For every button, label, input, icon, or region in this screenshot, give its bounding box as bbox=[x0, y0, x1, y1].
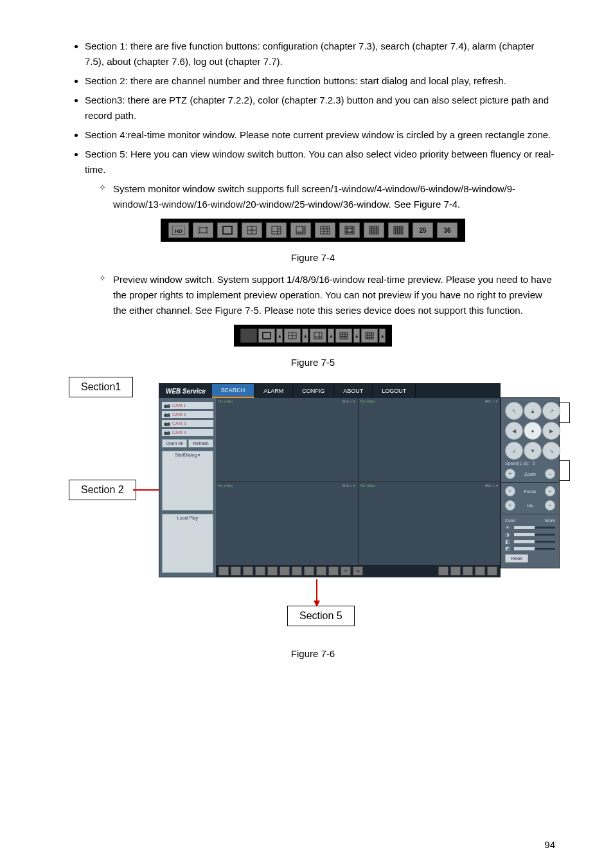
hue-slider[interactable]: ◩ bbox=[505, 546, 555, 552]
bb-icon[interactable] bbox=[218, 566, 229, 575]
bb-preview-icon[interactable] bbox=[438, 566, 449, 575]
grid-9-icon[interactable] bbox=[315, 222, 335, 238]
web-service-logo: WEB Service bbox=[159, 388, 212, 395]
preview-16-icon[interactable] bbox=[361, 329, 378, 343]
start-dialog-button[interactable]: StartDialog ▾ bbox=[162, 451, 213, 511]
reset-button[interactable]: Reset bbox=[505, 554, 528, 563]
arrow-head-section5 bbox=[314, 601, 320, 607]
preview-1-icon[interactable] bbox=[258, 329, 275, 343]
brightness-slider[interactable]: ☀ bbox=[505, 525, 555, 530]
bb-icon[interactable] bbox=[328, 566, 339, 575]
cam-3[interactable]: 📷CAM 3 bbox=[162, 420, 213, 427]
brightness-icon: ☀ bbox=[505, 525, 511, 530]
bb-icon[interactable]: 25 bbox=[341, 566, 351, 575]
tab-alarm[interactable]: ALARM bbox=[254, 384, 293, 398]
preview-9-icon[interactable] bbox=[335, 329, 352, 343]
local-play-button[interactable]: Local Play bbox=[162, 514, 213, 574]
channel-sidebar: 📷CAM 1 📷CAM 2 📷CAM 3 📷CAM 4 Open All Ref… bbox=[159, 398, 216, 577]
bb-icon[interactable] bbox=[267, 566, 278, 575]
grid-1-icon[interactable] bbox=[217, 222, 238, 238]
bb-icon[interactable] bbox=[316, 566, 326, 575]
grid-8-icon[interactable] bbox=[290, 222, 311, 238]
ptz-up-left-icon[interactable]: ↖ bbox=[505, 402, 523, 420]
bb-preview-icon[interactable] bbox=[487, 566, 497, 575]
chevron-up-icon[interactable]: ▴ bbox=[276, 329, 283, 343]
more-tab[interactable]: More bbox=[545, 518, 555, 523]
svg-rect-24 bbox=[347, 228, 352, 232]
ptz-up-right-icon[interactable]: ↗ bbox=[542, 402, 560, 420]
saturation-icon: ◧ bbox=[505, 539, 511, 545]
ptz-down-left-icon[interactable]: ↙ bbox=[505, 442, 523, 460]
ptz-right-icon[interactable]: ▶ bbox=[542, 422, 560, 440]
zoom-row: + Zoom − bbox=[501, 467, 559, 481]
preview-switch-toolbar: ▴ ▴ ▴ ▴ ▴ bbox=[234, 325, 392, 347]
monitor-cell-1[interactable]: No video⊞ ⧉ ⤢ ✕ bbox=[216, 398, 358, 482]
figure-7-6-diagram: Section1 Section 2 Section 3 Section 4 S… bbox=[75, 377, 551, 647]
grid-36-icon[interactable]: 36 bbox=[437, 222, 458, 238]
iris-plus-icon[interactable]: + bbox=[505, 500, 515, 511]
sub-bullet-preview-switch: Preview window switch. System support 1/… bbox=[113, 272, 555, 318]
ptz-down-right-icon[interactable]: ↘ bbox=[542, 442, 560, 460]
grid-6-icon[interactable] bbox=[266, 222, 287, 238]
tab-search[interactable]: SEARCH bbox=[212, 384, 255, 398]
grid-25-icon[interactable]: 25 bbox=[413, 222, 433, 238]
monitor-cell-4[interactable]: No video⊞ ⧉ ⤢ ✕ bbox=[359, 482, 501, 566]
web-service-topbar: WEB Service SEARCH ALARM CONFIG ABOUT LO… bbox=[159, 384, 500, 398]
bb-icon[interactable] bbox=[292, 566, 302, 575]
grid-4-icon[interactable] bbox=[242, 222, 262, 238]
bb-icon[interactable] bbox=[243, 566, 253, 575]
zoom-label: Zoom bbox=[524, 472, 536, 476]
arrow-section5 bbox=[316, 579, 317, 602]
bb-icon[interactable] bbox=[255, 566, 265, 575]
ptz-down-icon[interactable]: ▼ bbox=[524, 442, 542, 460]
svg-rect-51 bbox=[340, 332, 348, 339]
cam-4[interactable]: 📷CAM 4 bbox=[162, 429, 213, 436]
section1-label: Section1 bbox=[69, 377, 133, 397]
focus-minus-icon[interactable]: − bbox=[545, 486, 555, 496]
bb-icon[interactable] bbox=[304, 566, 314, 575]
preview-8-icon[interactable] bbox=[310, 329, 326, 343]
bb-icon[interactable] bbox=[280, 566, 290, 575]
svg-rect-7 bbox=[272, 226, 281, 234]
ptz-center-icon[interactable]: ● bbox=[524, 422, 542, 440]
iris-label: Iris bbox=[527, 503, 533, 508]
zoom-plus-icon[interactable]: + bbox=[505, 469, 515, 479]
section2-label: Section 2 bbox=[69, 480, 136, 500]
cam-1[interactable]: 📷CAM 1 bbox=[162, 402, 213, 409]
ptz-up-icon[interactable]: ▲ bbox=[524, 402, 542, 420]
grid-20-icon[interactable] bbox=[388, 222, 409, 238]
open-all-button[interactable]: Open All bbox=[162, 439, 187, 448]
grid-16-icon[interactable] bbox=[364, 222, 384, 238]
monitor-main: No video⊞ ⧉ ⤢ ✕ No video⊞ ⧉ ⤢ ✕ No video… bbox=[216, 398, 500, 577]
grid-13-icon[interactable] bbox=[339, 222, 360, 238]
preview-4-icon[interactable] bbox=[284, 329, 301, 343]
tab-config[interactable]: CONFIG bbox=[293, 384, 334, 398]
refresh-button[interactable]: Refresh bbox=[188, 439, 213, 448]
tab-logout[interactable]: LOGOUT bbox=[373, 384, 416, 398]
bb-preview-icon[interactable] bbox=[475, 566, 485, 575]
chevron-up-icon-4[interactable]: ▴ bbox=[353, 329, 360, 343]
monitor-cell-2[interactable]: No video⊞ ⧉ ⤢ ✕ bbox=[359, 398, 501, 482]
monitor-cell-3[interactable]: No video⊞ ⧉ ⤢ ✕ bbox=[216, 482, 358, 566]
figure-7-5-caption: Figure 7-5 bbox=[71, 357, 555, 368]
hd-icon[interactable]: HD bbox=[168, 222, 189, 238]
chevron-up-icon-2[interactable]: ▴ bbox=[302, 329, 308, 343]
focus-plus-icon[interactable]: + bbox=[505, 486, 515, 496]
bb-icon[interactable] bbox=[231, 566, 241, 575]
chevron-up-icon-5[interactable]: ▴ bbox=[379, 329, 386, 343]
figure-7-6-caption: Figure 7-6 bbox=[71, 648, 555, 659]
ptz-color-panel: ↖ ▲ ↗ ◀ ● ▶ ↙ ▼ ↘ Speed(1-8): 5 + Zoom − bbox=[501, 397, 560, 568]
fullscreen-icon[interactable] bbox=[193, 222, 213, 238]
iris-minus-icon[interactable]: − bbox=[545, 500, 555, 511]
cam-2[interactable]: 📷CAM 2 bbox=[162, 411, 213, 418]
ptz-left-icon[interactable]: ◀ bbox=[505, 422, 523, 440]
contrast-slider[interactable]: ◑ bbox=[505, 532, 555, 538]
color-tab[interactable]: Color bbox=[505, 518, 516, 523]
chevron-up-icon-3[interactable]: ▴ bbox=[328, 329, 334, 343]
zoom-minus-icon[interactable]: − bbox=[545, 469, 555, 479]
bb-icon[interactable]: 36 bbox=[353, 566, 363, 575]
bb-preview-icon[interactable] bbox=[463, 566, 473, 575]
tab-about[interactable]: ABOUT bbox=[334, 384, 373, 398]
bb-preview-icon[interactable] bbox=[450, 566, 461, 575]
saturation-slider[interactable]: ◧ bbox=[505, 539, 555, 545]
